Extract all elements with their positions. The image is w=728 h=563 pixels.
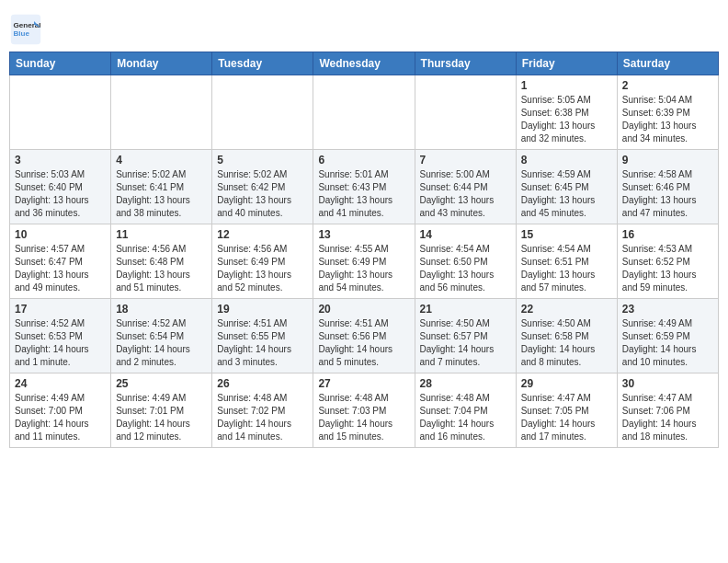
day-number: 16 <box>622 228 713 241</box>
day-cell <box>212 75 313 150</box>
day-cell: 3Sunrise: 5:03 AM Sunset: 6:40 PM Daylig… <box>10 150 111 224</box>
day-info: Sunrise: 5:05 AM Sunset: 6:38 PM Dayligh… <box>521 94 612 145</box>
day-number: 17 <box>15 303 106 316</box>
day-info: Sunrise: 4:49 AM Sunset: 6:59 PM Dayligh… <box>622 317 713 369</box>
day-number: 28 <box>420 377 511 390</box>
day-cell: 25Sunrise: 4:49 AM Sunset: 7:01 PM Dayli… <box>111 373 212 448</box>
day-cell <box>10 75 111 150</box>
day-info: Sunrise: 4:48 AM Sunset: 7:04 PM Dayligh… <box>420 392 511 443</box>
day-number: 12 <box>217 228 308 241</box>
day-cell: 26Sunrise: 4:48 AM Sunset: 7:02 PM Dayli… <box>212 373 313 448</box>
week-row-1: 3Sunrise: 5:03 AM Sunset: 6:40 PM Daylig… <box>10 150 719 224</box>
day-info: Sunrise: 4:55 AM Sunset: 6:49 PM Dayligh… <box>318 243 409 294</box>
day-info: Sunrise: 5:00 AM Sunset: 6:44 PM Dayligh… <box>420 168 511 220</box>
calendar-header: SundayMondayTuesdayWednesdayThursdayFrid… <box>10 52 719 75</box>
day-cell: 24Sunrise: 4:49 AM Sunset: 7:00 PM Dayli… <box>10 373 111 448</box>
day-cell: 11Sunrise: 4:56 AM Sunset: 6:48 PM Dayli… <box>111 224 212 299</box>
day-number: 9 <box>622 154 713 167</box>
day-cell <box>313 75 415 150</box>
day-number: 23 <box>622 303 713 316</box>
day-cell: 29Sunrise: 4:47 AM Sunset: 7:05 PM Dayli… <box>516 373 617 448</box>
day-info: Sunrise: 4:52 AM Sunset: 6:54 PM Dayligh… <box>116 317 207 369</box>
day-info: Sunrise: 4:54 AM Sunset: 6:51 PM Dayligh… <box>521 243 612 294</box>
day-cell: 21Sunrise: 4:50 AM Sunset: 6:57 PM Dayli… <box>415 299 516 373</box>
day-number: 27 <box>318 377 409 390</box>
day-number: 1 <box>521 79 612 92</box>
day-cell: 2Sunrise: 5:04 AM Sunset: 6:39 PM Daylig… <box>617 75 718 150</box>
day-info: Sunrise: 4:50 AM Sunset: 6:57 PM Dayligh… <box>420 317 511 369</box>
day-cell: 4Sunrise: 5:02 AM Sunset: 6:41 PM Daylig… <box>111 150 212 224</box>
week-row-0: 1Sunrise: 5:05 AM Sunset: 6:38 PM Daylig… <box>10 75 719 150</box>
day-cell: 30Sunrise: 4:47 AM Sunset: 7:06 PM Dayli… <box>617 373 718 448</box>
day-cell: 9Sunrise: 4:58 AM Sunset: 6:46 PM Daylig… <box>617 150 718 224</box>
day-cell <box>415 75 516 150</box>
day-info: Sunrise: 4:52 AM Sunset: 6:53 PM Dayligh… <box>15 317 106 369</box>
day-cell: 23Sunrise: 4:49 AM Sunset: 6:59 PM Dayli… <box>617 299 718 373</box>
svg-text:Blue: Blue <box>14 29 30 38</box>
day-cell: 10Sunrise: 4:57 AM Sunset: 6:47 PM Dayli… <box>10 224 111 299</box>
day-number: 18 <box>116 303 207 316</box>
day-number: 22 <box>521 303 612 316</box>
day-cell: 13Sunrise: 4:55 AM Sunset: 6:49 PM Dayli… <box>313 224 415 299</box>
day-number: 15 <box>521 228 612 241</box>
day-cell: 19Sunrise: 4:51 AM Sunset: 6:55 PM Dayli… <box>212 299 313 373</box>
day-number: 4 <box>116 154 207 167</box>
day-info: Sunrise: 4:57 AM Sunset: 6:47 PM Dayligh… <box>15 243 106 294</box>
col-header-thursday: Thursday <box>415 52 516 75</box>
day-cell: 20Sunrise: 4:51 AM Sunset: 6:56 PM Dayli… <box>313 299 415 373</box>
day-info: Sunrise: 4:47 AM Sunset: 7:05 PM Dayligh… <box>521 392 612 443</box>
col-header-sunday: Sunday <box>10 52 111 75</box>
col-header-tuesday: Tuesday <box>212 52 313 75</box>
day-number: 30 <box>622 377 713 390</box>
calendar-body: 1Sunrise: 5:05 AM Sunset: 6:38 PM Daylig… <box>10 75 719 448</box>
day-info: Sunrise: 4:48 AM Sunset: 7:02 PM Dayligh… <box>217 392 308 443</box>
col-header-saturday: Saturday <box>617 52 718 75</box>
day-cell: 7Sunrise: 5:00 AM Sunset: 6:44 PM Daylig… <box>415 150 516 224</box>
header-row: SundayMondayTuesdayWednesdayThursdayFrid… <box>10 52 719 75</box>
logo-icon: General Blue <box>9 13 42 46</box>
day-number: 20 <box>318 303 409 316</box>
day-number: 14 <box>420 228 511 241</box>
day-info: Sunrise: 5:02 AM Sunset: 6:41 PM Dayligh… <box>116 168 207 220</box>
day-cell <box>111 75 212 150</box>
day-cell: 16Sunrise: 4:53 AM Sunset: 6:52 PM Dayli… <box>617 224 718 299</box>
day-cell: 8Sunrise: 4:59 AM Sunset: 6:45 PM Daylig… <box>516 150 617 224</box>
day-cell: 14Sunrise: 4:54 AM Sunset: 6:50 PM Dayli… <box>415 224 516 299</box>
day-info: Sunrise: 4:51 AM Sunset: 6:55 PM Dayligh… <box>217 317 308 369</box>
day-info: Sunrise: 4:47 AM Sunset: 7:06 PM Dayligh… <box>622 392 713 443</box>
day-info: Sunrise: 4:49 AM Sunset: 7:01 PM Dayligh… <box>116 392 207 443</box>
day-cell: 5Sunrise: 5:02 AM Sunset: 6:42 PM Daylig… <box>212 150 313 224</box>
day-info: Sunrise: 5:02 AM Sunset: 6:42 PM Dayligh… <box>217 168 308 220</box>
day-number: 2 <box>622 79 713 92</box>
day-info: Sunrise: 5:04 AM Sunset: 6:39 PM Dayligh… <box>622 94 713 145</box>
day-info: Sunrise: 4:56 AM Sunset: 6:48 PM Dayligh… <box>116 243 207 294</box>
day-info: Sunrise: 4:50 AM Sunset: 6:58 PM Dayligh… <box>521 317 612 369</box>
day-number: 13 <box>318 228 409 241</box>
day-info: Sunrise: 4:49 AM Sunset: 7:00 PM Dayligh… <box>15 392 106 443</box>
day-number: 26 <box>217 377 308 390</box>
logo: General Blue <box>9 13 44 46</box>
day-cell: 28Sunrise: 4:48 AM Sunset: 7:04 PM Dayli… <box>415 373 516 448</box>
day-cell: 18Sunrise: 4:52 AM Sunset: 6:54 PM Dayli… <box>111 299 212 373</box>
col-header-monday: Monday <box>111 52 212 75</box>
week-row-4: 24Sunrise: 4:49 AM Sunset: 7:00 PM Dayli… <box>10 373 719 448</box>
day-cell: 1Sunrise: 5:05 AM Sunset: 6:38 PM Daylig… <box>516 75 617 150</box>
day-cell: 15Sunrise: 4:54 AM Sunset: 6:51 PM Dayli… <box>516 224 617 299</box>
day-number: 8 <box>521 154 612 167</box>
calendar-table: SundayMondayTuesdayWednesdayThursdayFrid… <box>9 52 719 448</box>
day-info: Sunrise: 5:03 AM Sunset: 6:40 PM Dayligh… <box>15 168 106 220</box>
page-header: General Blue <box>9 9 719 46</box>
day-info: Sunrise: 4:54 AM Sunset: 6:50 PM Dayligh… <box>420 243 511 294</box>
day-number: 24 <box>15 377 106 390</box>
day-info: Sunrise: 4:48 AM Sunset: 7:03 PM Dayligh… <box>318 392 409 443</box>
day-info: Sunrise: 5:01 AM Sunset: 6:43 PM Dayligh… <box>318 168 409 220</box>
week-row-3: 17Sunrise: 4:52 AM Sunset: 6:53 PM Dayli… <box>10 299 719 373</box>
week-row-2: 10Sunrise: 4:57 AM Sunset: 6:47 PM Dayli… <box>10 224 719 299</box>
day-number: 5 <box>217 154 308 167</box>
day-number: 3 <box>15 154 106 167</box>
day-cell: 27Sunrise: 4:48 AM Sunset: 7:03 PM Dayli… <box>313 373 415 448</box>
day-info: Sunrise: 4:56 AM Sunset: 6:49 PM Dayligh… <box>217 243 308 294</box>
day-cell: 22Sunrise: 4:50 AM Sunset: 6:58 PM Dayli… <box>516 299 617 373</box>
day-info: Sunrise: 4:59 AM Sunset: 6:45 PM Dayligh… <box>521 168 612 220</box>
day-info: Sunrise: 4:53 AM Sunset: 6:52 PM Dayligh… <box>622 243 713 294</box>
